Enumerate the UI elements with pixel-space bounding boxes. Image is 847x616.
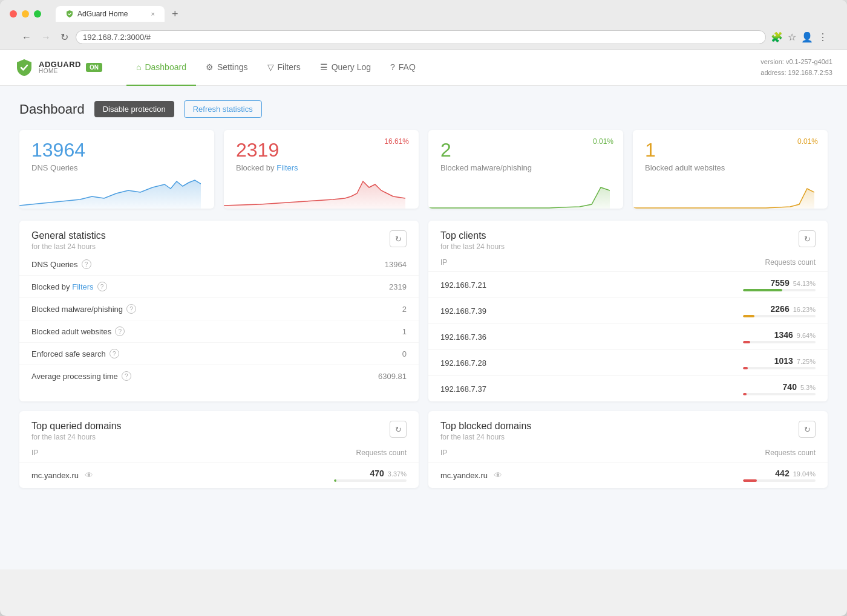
dashboard-icon: ⌂ xyxy=(136,62,141,72)
general-stats-title: General statistics xyxy=(31,230,106,241)
dns-queries-info-icon[interactable]: ? xyxy=(82,259,91,269)
nav-settings[interactable]: ⚙ Settings xyxy=(196,50,258,86)
top-clients-title: Top clients xyxy=(440,230,505,241)
protection-status-badge: ON xyxy=(86,63,102,72)
general-stats-refresh-button[interactable]: ↻ xyxy=(390,230,407,247)
client-bar-track xyxy=(743,367,816,369)
client-bar-track xyxy=(743,289,816,291)
main-nav: ⌂ Dashboard ⚙ Settings ▽ Filters ☰ Query… xyxy=(126,50,760,86)
browser-address-bar: ← → ↻ 🧩 ☆ 👤 ⋮ xyxy=(10,27,837,49)
address-bar-input[interactable] xyxy=(76,30,766,44)
top-clients-scroll[interactable]: IP Requests count 192.168.7.21 7559 54.1… xyxy=(428,253,828,401)
client-bar-fill xyxy=(743,367,748,369)
nav-faq-label: FAQ xyxy=(399,62,416,72)
blocked-malware-info-icon[interactable]: ? xyxy=(126,304,136,314)
top-queried-panel: Top queried domains for the last 24 hour… xyxy=(19,411,419,488)
client-count-num: 1013 xyxy=(774,356,793,366)
nav-filters[interactable]: ▽ Filters xyxy=(258,50,310,86)
top-clients-subtitle: for the last 24 hours xyxy=(440,242,505,251)
client-bar-fill xyxy=(743,289,782,291)
nav-querylog[interactable]: ☰ Query Log xyxy=(310,50,381,86)
client-count: 2266 16.23% xyxy=(608,304,816,317)
blocked-filters-chart xyxy=(224,175,405,209)
client-bar-fill xyxy=(743,341,750,343)
blocked-filters-link[interactable]: Filters xyxy=(72,282,93,291)
top-queried-count: 470 3.37% xyxy=(219,468,407,482)
browser-controls: AdGuard Home × + xyxy=(10,6,837,22)
disable-protection-button[interactable]: Disable protection xyxy=(94,101,174,117)
tab-close-button[interactable]: × xyxy=(151,10,155,18)
top-queried-refresh-button[interactable]: ↻ xyxy=(390,421,407,438)
browser-back-button[interactable]: ← xyxy=(19,31,34,44)
close-window-button[interactable] xyxy=(10,10,17,18)
maximize-window-button[interactable] xyxy=(34,10,41,18)
client-bar-track xyxy=(743,341,816,343)
settings-icon: ⚙ xyxy=(206,62,214,72)
client-count: 7559 54.13% xyxy=(608,278,816,291)
general-stats-panel: General statistics for the last 24 hours… xyxy=(19,221,419,401)
top-blocked-subtitle: for the last 24 hours xyxy=(440,433,531,441)
new-tab-button[interactable]: + xyxy=(167,8,183,21)
table-row: 192.168.7.37 740 5.3% xyxy=(428,376,828,402)
client-ip: 192.168.7.28 xyxy=(428,350,596,376)
client-count-cell: 1013 7.25% xyxy=(596,350,828,376)
browser-tab-bar: AdGuard Home × + xyxy=(56,6,183,22)
top-clients-refresh-button[interactable]: ↻ xyxy=(799,230,816,247)
blocked-adult-number: 1 xyxy=(645,140,816,161)
blocked-filters-label: Blocked by Filters xyxy=(236,163,407,172)
stat-card-blocked-malware: 0.01% 2 Blocked malware/phishing xyxy=(428,130,623,209)
top-queried-bar-track xyxy=(334,479,407,482)
top-clients-title-group: Top clients for the last 24 hours xyxy=(440,230,505,251)
top-queried-col-ip: IP xyxy=(19,444,207,462)
nav-querylog-label: Query Log xyxy=(332,62,371,72)
bookmark-button[interactable]: ☆ xyxy=(788,31,796,43)
browser-window: AdGuard Home × + ← → ↻ 🧩 ☆ 👤 ⋮ xyxy=(0,0,847,616)
dashboard-main: Dashboard Disable protection Refresh sta… xyxy=(0,86,847,502)
safe-search-info-icon[interactable]: ? xyxy=(110,349,119,358)
nav-dashboard-label: Dashboard xyxy=(145,62,186,72)
browser-forward-button[interactable]: → xyxy=(39,31,53,44)
top-blocked-header: Top blocked domains for the last 24 hour… xyxy=(428,411,828,444)
top-queried-subtitle: for the last 24 hours xyxy=(31,433,122,441)
stat-row-dns-queries-value: 13964 xyxy=(385,260,407,269)
client-count: 740 5.3% xyxy=(608,382,816,395)
top-queried-table-header: IP Requests count xyxy=(19,444,419,462)
nav-faq[interactable]: ? FAQ xyxy=(381,50,425,86)
browser-titlebar: AdGuard Home × + ← → ↻ 🧩 ☆ 👤 ⋮ xyxy=(0,0,847,50)
top-blocked-refresh-button[interactable]: ↻ xyxy=(799,421,816,438)
filters-icon: ▽ xyxy=(267,62,274,72)
top-clients-col-ip: IP xyxy=(428,253,596,272)
filters-link[interactable]: Filters xyxy=(276,163,298,172)
top-queried-title-group: Top queried domains for the last 24 hour… xyxy=(31,421,122,441)
browser-refresh-button[interactable]: ↻ xyxy=(58,30,71,44)
stat-row-blocked-malware-label: Blocked malware/phishing ? xyxy=(31,304,136,314)
avg-time-info-icon[interactable]: ? xyxy=(122,371,131,381)
stat-row-dns-queries: DNS Queries ? 13964 xyxy=(19,253,419,276)
blocked-domain-eye-icon[interactable]: 👁 xyxy=(494,470,502,480)
top-blocked-bar-fill xyxy=(743,479,757,482)
stat-row-blocked-filters: Blocked by Filters ? 2319 xyxy=(19,276,419,298)
blocked-filters-info-icon[interactable]: ? xyxy=(97,282,107,291)
stat-row-blocked-filters-value: 2319 xyxy=(389,282,407,291)
table-row: mc.yandex.ru 👁 470 3.37% xyxy=(19,462,419,488)
stat-row-blocked-adult: Blocked adult websites ? 1 xyxy=(19,320,419,343)
blocked-malware-chart xyxy=(428,175,610,209)
client-count: 1346 9.64% xyxy=(608,330,816,343)
table-row: 192.168.7.21 7559 54.13% xyxy=(428,272,828,298)
menu-button[interactable]: ⋮ xyxy=(818,31,828,43)
top-queried-bar-fill xyxy=(334,479,336,482)
stat-card-dns-queries: 13964 DNS Queries xyxy=(19,130,214,209)
profile-button[interactable]: 👤 xyxy=(801,31,813,43)
browser-tab-active[interactable]: AdGuard Home × xyxy=(56,6,165,22)
top-blocked-title: Top blocked domains xyxy=(440,421,531,432)
top-blocked-bar-track xyxy=(743,479,816,482)
extension-button[interactable]: 🧩 xyxy=(771,31,783,43)
nav-dashboard[interactable]: ⌂ Dashboard xyxy=(126,50,196,86)
blocked-adult-info-icon[interactable]: ? xyxy=(115,326,125,336)
minimize-window-button[interactable] xyxy=(22,10,29,18)
browser-actions: 🧩 ☆ 👤 ⋮ xyxy=(771,31,828,43)
stat-card-blocked-adult: 0.01% 1 Blocked adult websites xyxy=(633,130,828,209)
domain-eye-icon[interactable]: 👁 xyxy=(85,470,93,480)
client-count-num: 7559 xyxy=(771,278,790,288)
refresh-statistics-button[interactable]: Refresh statistics xyxy=(184,100,262,118)
